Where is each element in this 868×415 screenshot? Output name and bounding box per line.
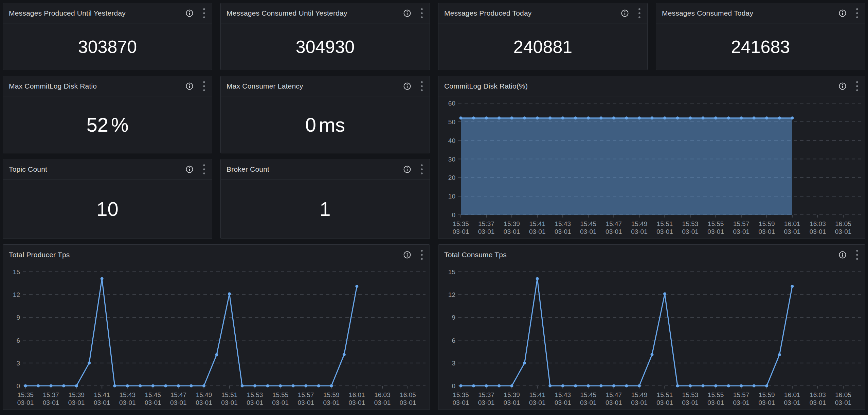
svg-text:40: 40 [448,137,455,144]
svg-text:16:03: 16:03 [374,391,391,398]
svg-text:15:45: 15:45 [145,391,161,398]
svg-text:15:59: 15:59 [759,220,775,227]
svg-text:6: 6 [16,337,20,344]
stat-body: 10 [3,180,212,239]
info-icon[interactable] [185,9,194,18]
kebab-menu-icon[interactable] [420,163,423,175]
panel-title: Topic Count [9,165,47,173]
svg-text:30: 30 [448,156,455,163]
info-icon[interactable] [403,9,412,18]
info-icon[interactable] [838,82,847,91]
stat-body: 241683 [656,23,865,70]
svg-text:15:57: 15:57 [733,220,749,227]
svg-text:03-01: 03-01 [810,228,826,235]
panel-total-consume-tps: Total Consume Tps 0369121515:3503-0115:3… [438,244,865,410]
stat-body: 1 [221,180,430,239]
svg-text:15:39: 15:39 [504,391,520,398]
svg-text:15:55: 15:55 [272,391,289,398]
kebab-menu-icon[interactable] [420,249,423,261]
svg-text:15:45: 15:45 [580,391,597,398]
svg-text:16:05: 16:05 [835,220,851,227]
svg-text:15:49: 15:49 [196,391,212,398]
svg-text:16:01: 16:01 [784,220,800,227]
info-icon[interactable] [838,9,847,18]
panel-header: Total Consume Tps [438,245,865,265]
kebab-menu-icon[interactable] [202,7,206,19]
stat-unit: % [111,115,129,135]
svg-text:03-01: 03-01 [605,228,622,235]
svg-text:03-01: 03-01 [529,399,546,406]
info-icon[interactable] [620,9,629,18]
svg-text:03-01: 03-01 [580,228,597,235]
svg-text:16:03: 16:03 [810,220,826,227]
svg-text:03-01: 03-01 [555,228,571,235]
svg-text:15:37: 15:37 [43,391,59,398]
panel-header-icons [838,7,859,19]
svg-text:15:55: 15:55 [708,391,724,398]
svg-text:03-01: 03-01 [68,399,85,406]
kebab-menu-icon[interactable] [855,249,859,261]
panel-title: CommitLog Disk Ratio(%) [444,82,528,90]
svg-text:3: 3 [452,360,455,367]
svg-text:15:41: 15:41 [529,391,545,398]
panel-title: Total Producer Tps [9,251,70,259]
svg-text:15:43: 15:43 [555,391,571,398]
panel-header-icons [620,7,641,19]
svg-text:15:59: 15:59 [323,391,340,398]
svg-text:0: 0 [16,382,20,390]
svg-text:15:51: 15:51 [657,220,673,227]
panel-title: Max CommitLog Disk Ratio [9,82,97,90]
panel-header: Messages Consumed Today [656,3,865,23]
stat-value: 52% [86,115,128,135]
svg-text:16:05: 16:05 [400,391,416,398]
kebab-menu-icon[interactable] [202,163,206,175]
panel-broker-count: Broker Count 1 [220,159,430,239]
svg-text:15:37: 15:37 [478,391,494,398]
kebab-menu-icon[interactable] [420,7,423,19]
svg-text:15:51: 15:51 [657,391,673,398]
panel-header-icons [185,80,206,92]
svg-text:15:35: 15:35 [453,391,469,398]
panel-total-producer-tps: Total Producer Tps 0369121515:3503-0115:… [3,244,430,410]
panel-topic-count: Topic Count 10 [3,159,212,239]
kebab-menu-icon[interactable] [420,80,423,92]
info-icon[interactable] [185,82,194,91]
svg-text:03-01: 03-01 [631,228,648,235]
kebab-menu-icon[interactable] [638,7,641,19]
stat-value: 304930 [296,38,355,56]
svg-text:9: 9 [16,314,20,321]
info-icon[interactable] [185,165,194,174]
kebab-menu-icon[interactable] [202,80,206,92]
stat-value: 303870 [78,38,137,56]
svg-text:03-01: 03-01 [453,228,469,235]
info-icon[interactable] [838,250,847,259]
svg-text:15:43: 15:43 [119,391,135,398]
svg-text:15:41: 15:41 [94,391,110,398]
svg-text:03-01: 03-01 [247,399,263,406]
info-icon[interactable] [403,250,412,259]
info-icon[interactable] [403,165,412,174]
total-consume-tps-line-chart[interactable]: 0369121515:3503-0115:3703-0115:3903-0115… [438,265,865,410]
panel-header: Total Producer Tps [3,245,430,265]
svg-text:03-01: 03-01 [835,228,852,235]
commitlog-disk-ratio-area-chart[interactable]: 010203040506015:3503-0115:3703-0115:3903… [438,96,865,239]
total-producer-tps-line-chart[interactable]: 0369121515:3503-0115:3703-0115:3903-0115… [3,265,430,410]
kebab-menu-icon[interactable] [855,7,859,19]
svg-text:15:45: 15:45 [580,220,597,227]
svg-text:15:37: 15:37 [478,220,494,227]
kebab-menu-icon[interactable] [855,80,859,92]
info-icon[interactable] [403,82,412,91]
svg-text:50: 50 [448,118,455,126]
panel-commitlog-disk-ratio-chart: CommitLog Disk Ratio(%) 010203040506015:… [438,76,865,239]
svg-text:03-01: 03-01 [478,228,495,235]
panel-title: Total Consume Tps [444,251,507,259]
svg-text:15:53: 15:53 [247,391,263,398]
svg-text:03-01: 03-01 [374,399,391,406]
svg-text:03-01: 03-01 [400,399,416,406]
svg-text:03-01: 03-01 [733,228,749,235]
stat-number: 304930 [296,38,355,56]
stat-number: 52 [86,115,108,135]
chart-body: 010203040506015:3503-0115:3703-0115:3903… [438,96,865,239]
chart-body: 0369121515:3503-0115:3703-0115:3903-0115… [438,265,865,410]
svg-text:03-01: 03-01 [17,399,34,406]
